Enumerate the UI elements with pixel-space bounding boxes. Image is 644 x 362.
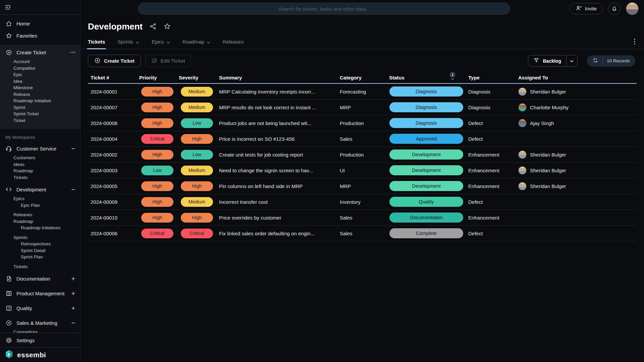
filter-button[interactable]: Backlog [528, 55, 566, 66]
table-row-2024-00005[interactable]: 2024-00005HighHighPin columns on left ha… [88, 178, 637, 194]
invite-button[interactable]: Invite [570, 3, 603, 14]
workspace-subitem-ideas[interactable]: Ideas [0, 161, 80, 168]
collapse-icon[interactable] [71, 187, 75, 192]
workspace-item-quality[interactable]: Quality [0, 302, 80, 314]
table-row-2024-00001[interactable]: 2024-00001HighMediumMRP Calculating inve… [88, 84, 637, 100]
user-avatar[interactable] [626, 2, 639, 15]
workspace-subitem-tickets[interactable]: Tickets [0, 263, 80, 270]
status-cell: Approved [386, 134, 466, 144]
create-item-ticket[interactable]: Ticket [0, 117, 80, 124]
create-item-release[interactable]: Release [0, 91, 80, 98]
workspace-subitem-roadmap-initiatives[interactable]: Roadmap Initiatives [0, 225, 80, 231]
workspace-subitem-sprint-detail[interactable]: Sprint Detail [0, 247, 80, 254]
tab-sprints[interactable]: Sprints [117, 39, 139, 49]
tickets-table: Ticket #PrioritySeveritySummaryCategoryS… [88, 72, 637, 241]
category-cell: Sales [337, 136, 386, 142]
priority-cell: High [137, 150, 176, 160]
workspace-subitem-tickets[interactable]: Tickets [0, 174, 80, 181]
table-row-2024-00009[interactable]: 2024-00009HighMediumIncorrect transfer c… [88, 194, 637, 210]
table-row-2024-00010[interactable]: 2024-00010HighHighPrice overrides by cus… [88, 210, 637, 226]
page-more-options-button[interactable] [634, 39, 635, 46]
table-row-2024-00002[interactable]: 2024-00002HighLowCreate unit tests for j… [88, 147, 637, 163]
collapse-icon[interactable] [71, 146, 75, 151]
create-ticket-button[interactable]: Create Ticket [88, 55, 141, 67]
workspace-item-customer-service[interactable]: Customer Service [0, 142, 80, 155]
create-item-idea[interactable]: Idea [0, 78, 80, 85]
workspace-item-documentation[interactable]: Documentation [0, 273, 80, 285]
workspace-item-development[interactable]: Development [0, 183, 80, 195]
workspace-subitem-competitors[interactable]: Competitors [0, 329, 80, 333]
status-cell: Diagnosis [386, 86, 466, 97]
table-row-2024-00008[interactable]: 2024-00008HighLowProduct jobs are not be… [88, 115, 637, 131]
refresh-button[interactable] [592, 57, 598, 64]
collapse-sidebar-button[interactable] [5, 4, 11, 10]
workspace-subitem-roadmap[interactable]: Roadmap [0, 168, 80, 174]
bell-icon [611, 5, 618, 12]
search-input[interactable] [138, 3, 510, 14]
table-row-2024-00006[interactable]: 2024-00006CriticalCriticalFix linked sal… [88, 226, 637, 241]
sidebar-item-create-ticket[interactable]: Create Ticket [0, 46, 80, 58]
avatar [518, 182, 527, 190]
create-item-sprint-ticket[interactable]: Sprint-Ticket [0, 111, 80, 117]
tab-tickets[interactable]: Tickets [88, 39, 105, 49]
tab-releases[interactable]: Releases [223, 39, 244, 49]
workspace-subitem-sprint-plan[interactable]: Sprint Plan [0, 254, 80, 260]
status-pill: Complete [389, 228, 463, 238]
sidebar-item-settings[interactable]: Settings [0, 333, 80, 347]
create-item-milestone[interactable]: Milestone [0, 84, 80, 91]
create-item-account[interactable]: Account [0, 58, 80, 65]
workspace-subitem-epic-plan[interactable]: Epic Plan [0, 202, 80, 209]
column-header-priority[interactable]: Priority [137, 75, 176, 80]
expand-icon[interactable] [71, 277, 75, 281]
column-header-severity[interactable]: Severity [176, 75, 216, 80]
workspace-subitem-sprints[interactable]: Sprints [0, 234, 80, 241]
column-header-category[interactable]: Category [337, 75, 386, 80]
workspace-subitem-epics[interactable]: Epics [0, 195, 80, 202]
filter-dropdown-button[interactable] [566, 55, 577, 66]
column-header-ticket[interactable]: Ticket # [88, 75, 137, 80]
create-item-roadmap-initiative[interactable]: Roadmap Initiative [0, 98, 80, 104]
tab-roadmap[interactable]: Roadmap [182, 39, 210, 49]
create-item-competitor[interactable]: Competitor [0, 65, 80, 72]
table-row-2024-00003[interactable]: 2024-00003LowMediumNeed to change the si… [88, 163, 637, 178]
column-header-status[interactable]: Status1 [386, 75, 466, 80]
priority-cell: High [137, 118, 176, 128]
brand-logo[interactable]: e essembi [0, 347, 80, 362]
summary-cell: MRP results do not look correct in insta… [216, 105, 337, 110]
expand-icon[interactable] [71, 306, 75, 310]
edit-ticket-button[interactable]: Edit Ticket [146, 55, 191, 67]
tab-epics[interactable]: Epics [152, 39, 170, 49]
create-item-sprint[interactable]: Sprint [0, 104, 80, 111]
column-header-assigned-to[interactable]: Assigned To [516, 75, 637, 80]
workspace-item-sales-marketing[interactable]: Sales & Marketing [0, 317, 80, 329]
status-pill: Development [389, 165, 463, 175]
favorite-page-button[interactable] [164, 23, 171, 31]
column-header-label: Ticket # [91, 75, 109, 80]
expand-icon[interactable] [71, 291, 75, 296]
more-horizontal-icon[interactable] [70, 52, 75, 53]
column-header-summary[interactable]: Summary [216, 75, 337, 80]
table-row-2024-00004[interactable]: 2024-00004CriticalHighPrice is incorrect… [88, 131, 637, 147]
collapse-icon[interactable] [71, 321, 75, 325]
sidebar-item-home[interactable]: Home [0, 17, 80, 29]
severity-pill: High [181, 213, 213, 223]
workspace-subitem-roadmap[interactable]: Roadmap [0, 218, 80, 225]
global-search [138, 3, 510, 15]
ticket-number-cell: 2024-00006 [88, 231, 137, 236]
column-header-type[interactable]: Type [466, 75, 516, 80]
category-cell: Sales [337, 231, 386, 236]
sort-indicator[interactable]: 1 [449, 72, 455, 80]
workspace-label: Documentation [16, 276, 50, 282]
workspace-subitem-retrospectives[interactable]: Retrospectives [0, 241, 80, 247]
sidebar-create-section: Create Ticket AccountCompetitorEpicIdeaM… [0, 45, 80, 129]
category-cell: Production [337, 120, 386, 126]
share-button[interactable] [150, 23, 157, 31]
sidebar-item-favorites[interactable]: Favorites [0, 29, 80, 42]
create-item-epic[interactable]: Epic [0, 71, 80, 78]
ticket-number-cell: 2024-00003 [88, 168, 137, 173]
table-row-2024-00007[interactable]: 2024-00007HighMediumMRP results do not l… [88, 100, 637, 115]
notifications-button[interactable] [608, 3, 621, 15]
workspace-item-product-management[interactable]: Product Management [0, 287, 80, 299]
workspace-subitem-releases[interactable]: Releases [0, 212, 80, 218]
workspace-subitem-customers[interactable]: Customers [0, 155, 80, 161]
